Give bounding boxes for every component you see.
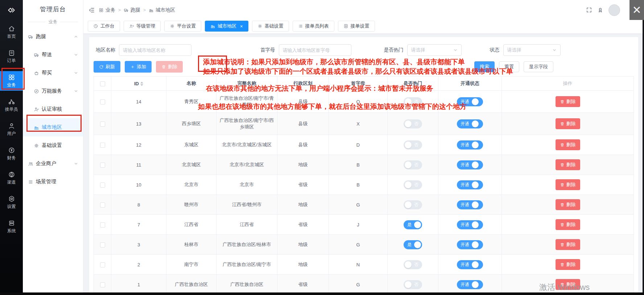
status-toggle[interactable]: 开通	[457, 200, 483, 209]
row-delete-button[interactable]: 删除	[556, 179, 580, 190]
row-delete-button[interactable]: 删除	[556, 159, 580, 170]
row-checkbox[interactable]	[100, 183, 105, 188]
hot-toggle[interactable]: 否	[404, 280, 422, 289]
row-checkbox[interactable]	[100, 163, 105, 168]
hot-toggle[interactable]: 否	[404, 140, 422, 149]
row-checkbox[interactable]	[100, 99, 105, 105]
tab-接单设置[interactable]: 接单设置	[338, 21, 375, 32]
add-button[interactable]: ＋ 添加	[125, 61, 152, 73]
tab-平台设置[interactable]: 平台设置	[164, 21, 201, 32]
status-toggle[interactable]: 开通	[457, 140, 483, 149]
tab-bar: 工作台等级管理平台设置城市地区×基础设置接单员列表接单设置	[83, 20, 644, 34]
header-id-label: ID	[134, 81, 139, 86]
seal-icon[interactable]	[597, 7, 603, 13]
row-checkbox[interactable]	[100, 122, 105, 127]
rail-item-接单员[interactable]: 接单员	[0, 95, 23, 115]
close-overlay-button[interactable]: ✕	[629, 0, 644, 20]
toggle-label: 开通	[458, 121, 472, 127]
collapse-sidebar-icon[interactable]	[88, 7, 95, 13]
cell-initial: B	[329, 155, 388, 175]
sidebar-item-基础设置[interactable]: 基础设置	[23, 136, 83, 155]
status-toggle[interactable]: 开通	[457, 119, 483, 128]
status-toggle[interactable]: 开通	[457, 180, 483, 189]
row-checkbox[interactable]	[100, 143, 105, 148]
status-select[interactable]: 请选择	[503, 44, 561, 56]
trash-icon	[560, 99, 565, 104]
breadcrumb-item-城市地区[interactable]: 城市地区	[149, 7, 175, 13]
breadcrumb-item-业务[interactable]: 业务	[99, 7, 115, 13]
avatar[interactable]	[608, 4, 620, 16]
sidebar-item-场景管理[interactable]: 场景管理	[23, 173, 83, 191]
sidebar-item-城市地区[interactable]: 城市地区	[23, 118, 83, 136]
tab-接单员列表[interactable]: 接单员列表	[293, 21, 334, 32]
region-name-input[interactable]	[119, 44, 191, 56]
trash-icon	[161, 65, 166, 69]
sidebar-item-认证审核[interactable]: 认证审核	[23, 100, 83, 118]
rail-item-渠道[interactable]: 渠道	[0, 168, 23, 188]
rail-nav: 首页订单业务接单员用户财务渠道设置系统	[0, 22, 23, 237]
row-checkbox[interactable]	[100, 202, 105, 208]
cell-initial: D	[329, 135, 388, 155]
row-delete-button[interactable]: 删除	[556, 279, 580, 290]
rail-item-业务[interactable]: 业务	[0, 71, 23, 91]
sidebar-item-跑腿[interactable]: 跑腿	[23, 28, 83, 46]
rail-item-用户[interactable]: 用户	[0, 120, 23, 139]
row-checkbox[interactable]	[100, 282, 105, 287]
status-toggle[interactable]: 开通	[457, 260, 483, 269]
rail-item-订单[interactable]: 订单	[0, 47, 23, 66]
window-right-edge	[643, 20, 644, 295]
hot-toggle[interactable]: 否	[404, 160, 422, 169]
status-toggle[interactable]: 开通	[457, 240, 483, 249]
tab-close-icon[interactable]: ×	[240, 24, 243, 29]
row-delete-button[interactable]: 删除	[556, 219, 580, 230]
refresh-button[interactable]: 刷新	[94, 61, 120, 73]
breadcrumb-item-跑腿[interactable]: 跑腿	[124, 7, 140, 13]
status-toggle[interactable]: 开通	[457, 220, 483, 229]
cell-name: 南宁市	[166, 255, 216, 275]
tab-等级管理[interactable]: 等级管理	[124, 21, 161, 32]
search-button[interactable]: 搜索	[474, 61, 495, 72]
show-fields-button[interactable]: 显示字段	[524, 61, 553, 72]
hot-toggle[interactable]: 否	[404, 200, 422, 209]
status-toggle[interactable]: 开通	[457, 280, 483, 289]
row-delete-button[interactable]: 删除	[556, 139, 580, 150]
status-toggle[interactable]: 开通	[457, 97, 483, 106]
rail-item-设置[interactable]: 设置	[0, 193, 23, 212]
tab-工作台[interactable]: 工作台	[88, 21, 120, 32]
hot-toggle[interactable]: 否	[404, 119, 422, 128]
initial-input[interactable]	[279, 44, 351, 56]
row-delete-button[interactable]: 删除	[556, 259, 580, 270]
row-delete-button[interactable]: 删除	[556, 118, 580, 129]
sidebar-item-帮买[interactable]: 帮买	[23, 64, 83, 82]
sidebar-item-帮送[interactable]: 帮送	[23, 46, 83, 64]
rail-item-首页[interactable]: 首页	[0, 22, 23, 42]
rail-item-系统[interactable]: 系统	[0, 217, 23, 237]
delete-button[interactable]: 删除	[156, 61, 183, 73]
row-delete-button[interactable]: 删除	[556, 239, 580, 250]
tab-基础设置[interactable]: 基础设置	[252, 21, 289, 32]
row-checkbox[interactable]	[100, 262, 105, 267]
sidebar-item-万能服务[interactable]: 万能服务	[23, 82, 83, 100]
cell-action: 删除	[502, 135, 634, 155]
status-toggle[interactable]: 开通	[457, 160, 483, 169]
main-area: 业务>跑腿>城市地区 工作台等级管理平台设置城市地区×基础设置接单员列表接单设置…	[83, 0, 644, 292]
reset-button[interactable]: 重置	[499, 61, 519, 72]
tab-城市地区[interactable]: 城市地区×	[205, 21, 248, 32]
hot-select[interactable]: 请选择	[407, 44, 462, 56]
hot-toggle[interactable]: 否	[404, 97, 422, 106]
row-checkbox[interactable]	[100, 242, 105, 247]
rail-item-财务[interactable]: 财务	[0, 144, 23, 164]
row-delete-button[interactable]: 删除	[556, 199, 580, 210]
fullscreen-icon[interactable]	[586, 7, 592, 13]
hot-toggle[interactable]: 是	[404, 240, 422, 249]
hot-toggle[interactable]: 是	[404, 220, 422, 229]
sort-icon[interactable]	[140, 82, 143, 86]
row-checkbox[interactable]	[100, 222, 105, 228]
row-delete-button[interactable]: 删除	[556, 96, 580, 107]
sidebar-item-企业商户[interactable]: 企业商户	[23, 155, 83, 173]
toggle-knob	[472, 120, 479, 127]
hot-toggle[interactable]: 否	[404, 180, 422, 189]
select-all-checkbox[interactable]	[100, 81, 105, 86]
doc-gear-icon	[343, 24, 348, 29]
hot-toggle[interactable]: 否	[404, 260, 422, 269]
